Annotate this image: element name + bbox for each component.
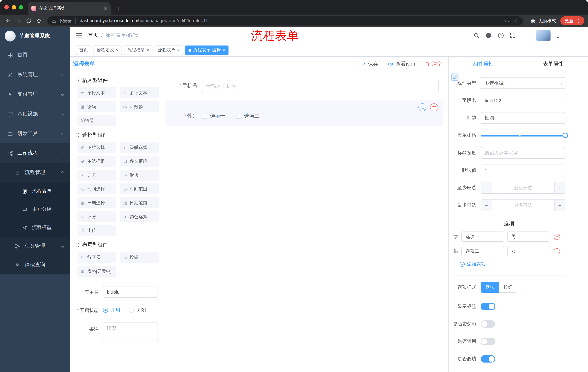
close-icon[interactable]: × [147, 48, 149, 52]
palette-item-checkbox-group[interactable]: ☑多选框组 [120, 156, 159, 167]
canvas-field-phone[interactable]: *手机号 [166, 75, 443, 97]
close-icon[interactable]: × [116, 48, 119, 52]
tag-process-form-edit[interactable]: 流程表单-编辑 × [185, 45, 229, 55]
palette-item-color-picker[interactable]: ◑颜色选择 [120, 211, 159, 222]
tag-process-definition[interactable]: 流程定义 × [94, 45, 122, 55]
sidebar-item-home[interactable]: 首页 [0, 45, 70, 65]
palette-item-slider[interactable]: ⊸滑块 [120, 170, 159, 181]
required-switch[interactable] [481, 355, 495, 362]
user-avatar[interactable] [536, 30, 551, 41]
github-button[interactable] [485, 32, 492, 39]
save-button[interactable]: ✓ 保存 [362, 61, 378, 67]
checkbox-option-1[interactable]: 选项一 [202, 113, 225, 119]
back-button[interactable] [4, 16, 13, 25]
remark-textarea[interactable]: 嘿嘿 [103, 322, 158, 341]
radio-off[interactable]: 关闭 [129, 307, 146, 313]
slider-handle[interactable] [563, 133, 568, 138]
sidebar-item-system[interactable]: 系统管理 [0, 65, 70, 85]
avatar-caret-icon[interactable] [557, 32, 559, 39]
breadcrumb-home[interactable]: 首页 [88, 32, 98, 39]
increase-button[interactable]: + [554, 182, 565, 193]
minimize-window-button[interactable] [12, 5, 16, 10]
option-label-input[interactable] [461, 246, 504, 256]
browser-tab[interactable]: 芋道管理系统 × [28, 2, 111, 15]
checkbox[interactable] [236, 114, 241, 119]
copy-field-button[interactable] [419, 103, 426, 111]
font-size-button[interactable]: TT [521, 32, 528, 38]
grid-slider[interactable] [481, 130, 566, 141]
show-label-switch[interactable] [481, 303, 495, 310]
form-name-input[interactable] [103, 286, 158, 298]
drag-handle-icon[interactable] [453, 234, 459, 239]
sidebar-item-process-model[interactable]: 流程模型 [0, 218, 70, 237]
field-name-input[interactable] [481, 95, 566, 106]
remove-option-button[interactable]: − [554, 248, 560, 254]
border-switch[interactable] [481, 320, 495, 328]
palette-item-cascader[interactable]: ⋔级联选择 [120, 142, 159, 153]
checkbox-option-2[interactable]: 选项二 [236, 113, 259, 119]
radio-on[interactable]: 开启 [103, 307, 120, 313]
decrease-button[interactable]: − [481, 182, 492, 193]
style-button-button[interactable]: 按钮 [499, 282, 517, 293]
label-width-input[interactable] [481, 147, 566, 159]
phone-input[interactable] [202, 80, 439, 92]
palette-item-password[interactable]: ▣密码 [77, 101, 116, 112]
palette-item-switch[interactable]: ◐开关 [77, 170, 116, 181]
tab-close-icon[interactable]: × [104, 6, 107, 11]
sidebar-item-infrastructure[interactable]: 基础设施 [0, 104, 70, 124]
palette-item-counter[interactable]: 123计数器 [120, 101, 159, 112]
tag-home[interactable]: 首页 [76, 45, 91, 55]
palette-item-date-picker[interactable]: ▦日期选择 [77, 197, 116, 208]
link-icon[interactable] [451, 74, 459, 81]
default-value-input[interactable] [481, 165, 566, 176]
sidebar-item-user-group[interactable]: 用户分组 [0, 200, 70, 218]
add-option-button[interactable]: + 添加选项 [460, 261, 566, 267]
palette-item-date-range[interactable]: ▥日期范围 [120, 197, 159, 208]
close-icon[interactable]: × [177, 48, 180, 52]
tag-process-model[interactable]: 流程模型 × [124, 45, 152, 55]
palette-item-radio-group[interactable]: ◉单选框组 [77, 156, 116, 167]
decrease-button[interactable]: − [481, 200, 492, 211]
tag-process-form[interactable]: 流程表单 × [155, 45, 183, 55]
bookmark-star-icon[interactable]: ☆ [514, 18, 518, 23]
palette-item-table[interactable]: ▦表格[开发中] [77, 266, 116, 277]
browser-menu-icon[interactable]: ⋮ [576, 18, 581, 23]
zoom-window-button[interactable] [19, 5, 23, 10]
disabled-switch[interactable] [481, 338, 495, 345]
update-browser-button[interactable]: 更新 ⋮ [560, 16, 584, 25]
palette-item-textarea[interactable]: ≡多行文本 [120, 87, 159, 98]
palette-item-upload[interactable]: ↥上传 [77, 225, 116, 236]
drag-handle-icon[interactable] [453, 248, 459, 254]
sidebar-item-task-management[interactable]: 任务管理 [0, 237, 70, 255]
min-select-placeholder[interactable]: 至少应选 [492, 182, 554, 193]
sidebar-item-leave-query[interactable]: 请假查询 [0, 255, 70, 275]
max-select-placeholder[interactable]: 最多可选 [492, 200, 554, 211]
sidebar-item-process-management[interactable]: 流程管理 [0, 163, 70, 182]
address-bar[interactable]: 不安全 | dashboard.yudao.iocoder.cn/bpm/man… [47, 16, 523, 25]
delete-field-button[interactable] [430, 103, 438, 111]
password-key-icon[interactable] [504, 18, 510, 23]
palette-item-rate[interactable]: ☆评分 [77, 211, 116, 222]
reload-button[interactable] [24, 16, 33, 25]
sidebar-item-process-form[interactable]: 流程表单 [0, 182, 70, 200]
palette-item-time-picker[interactable]: ◷时间选择 [77, 183, 116, 194]
close-icon[interactable]: × [223, 48, 225, 52]
sidebar-item-payment[interactable]: ¥ 支付管理 [0, 85, 70, 104]
palette-item-row-container[interactable]: ◫行容器 [77, 252, 116, 263]
sidebar-logo[interactable]: 芋道管理系统 [0, 27, 70, 45]
palette-item-select[interactable]: ◎下拉选择 [77, 142, 116, 153]
increase-button[interactable]: + [554, 200, 565, 211]
clear-button[interactable]: 清空 [425, 61, 442, 67]
home-button[interactable] [34, 16, 44, 25]
style-default-button[interactable]: 默认 [481, 282, 499, 293]
palette-item-editor[interactable]: 编辑器 [77, 115, 116, 126]
fullscreen-button[interactable] [510, 32, 515, 38]
close-window-button[interactable] [4, 5, 9, 10]
tab-form-props[interactable]: 表单属性 [518, 57, 588, 71]
search-button[interactable] [473, 32, 480, 38]
component-type-select[interactable]: 多选框组 [481, 77, 566, 89]
help-button[interactable]: ? [498, 32, 504, 38]
palette-item-button[interactable]: ▭按钮 [120, 252, 159, 263]
remove-option-button[interactable]: − [554, 234, 560, 240]
form-canvas[interactable]: *手机号 [161, 71, 448, 372]
